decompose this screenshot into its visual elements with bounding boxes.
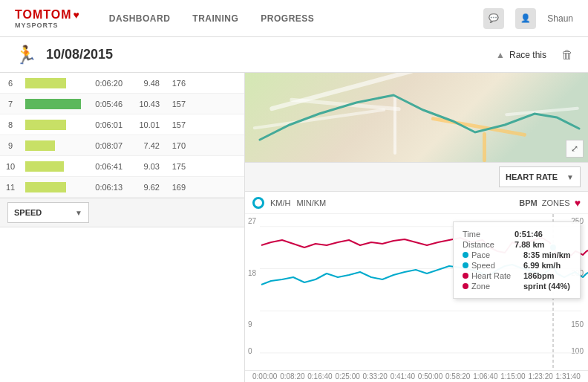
- race-icon: ▲: [496, 50, 505, 60]
- speed-unit-label: KM/H: [270, 198, 291, 207]
- table-row: 11 0:06:13 9.62 169: [0, 177, 244, 198]
- left-controls-row: SPEED ▼: [0, 198, 244, 227]
- heart-icon: ♥: [575, 197, 581, 209]
- map-route-svg: [245, 73, 588, 162]
- pace-bar: [25, 78, 66, 88]
- logo-mysports: MYSPORTS: [15, 22, 59, 29]
- table-row: 9 0:08:07 7.42 170: [0, 135, 244, 156]
- row-hr: 169: [166, 183, 192, 192]
- x-label-4: 0:33:20: [363, 372, 388, 381]
- row-bar-cell: [21, 179, 80, 195]
- header-right: 💬 👤 Shaun: [483, 8, 573, 29]
- map-placeholder: ⤢: [245, 73, 588, 162]
- x-label-10: 1:23:20: [528, 372, 552, 381]
- table-row: 10 0:06:41 9.03 175: [0, 156, 244, 177]
- activity-bar: 🏃 10/08/2015 ▲ Race this 🗑: [0, 37, 588, 73]
- legend-left: KM/H MIN/KM: [252, 197, 519, 209]
- pace-bar: [25, 140, 55, 151]
- logo-text: TOMTOM: [15, 8, 72, 22]
- row-number: 8: [0, 120, 21, 129]
- x-label-3: 0:25:00: [335, 372, 359, 381]
- user-button[interactable]: 👤: [515, 8, 536, 29]
- main-content: 6 0:06:20 9.48 176 7 0:05:46 10.43 157 8…: [0, 73, 588, 382]
- logo: TOMTOM ♥ MYSPORTS: [15, 8, 79, 29]
- map-area: ⤢: [245, 73, 588, 162]
- table-row: 6 0:06:20 9.48 176: [0, 73, 244, 94]
- row-pace: 9.48: [128, 79, 166, 88]
- logo-heart-icon: ♥: [74, 9, 79, 21]
- svg-point-6: [549, 244, 557, 251]
- x-label-0: 0:00:00: [252, 372, 277, 381]
- legend-right: BPM ZONES ♥: [519, 197, 581, 209]
- row-number: 7: [0, 100, 21, 109]
- speed-dropdown[interactable]: SPEED ▼: [7, 202, 89, 223]
- pace-unit-label: MIN/KM: [297, 198, 327, 207]
- table-row: 8 0:06:01 10.01 157: [0, 114, 244, 135]
- nav-training[interactable]: TRAINING: [192, 13, 238, 24]
- row-pace: 9.62: [128, 183, 166, 192]
- chart-legend-row: KM/H MIN/KM BPM ZONES ♥: [245, 192, 588, 214]
- row-time: 0:06:01: [80, 120, 128, 129]
- speed-dropdown-label: SPEED: [14, 208, 42, 217]
- data-table: 6 0:06:20 9.48 176 7 0:05:46 10.43 157 8…: [0, 73, 244, 198]
- activity-actions: ▲ Race this 🗑: [490, 47, 573, 63]
- chart-area[interactable]: 27 18 9 0 250 200 150 100: [245, 214, 588, 370]
- x-label-5: 0:41:40: [391, 372, 415, 381]
- delete-button[interactable]: 🗑: [561, 48, 573, 62]
- nav-dashboard[interactable]: DASHBOARD: [109, 13, 171, 24]
- row-pace: 7.42: [128, 141, 166, 150]
- bpm-label: BPM: [519, 198, 537, 207]
- heartrate-dropdown-arrow: ▼: [566, 173, 574, 181]
- race-this-label: Race this: [509, 50, 546, 60]
- table-row: 7 0:05:46 10.43 157: [0, 94, 244, 114]
- row-hr: 157: [166, 100, 192, 109]
- row-hr: 175: [166, 162, 192, 171]
- chat-button[interactable]: 💬: [483, 8, 504, 29]
- row-time: 0:05:46: [80, 100, 128, 109]
- row-hr: 157: [166, 120, 192, 129]
- row-time: 0:06:20: [80, 79, 128, 88]
- activity-date: 10/08/2015: [46, 47, 490, 62]
- header: TOMTOM ♥ MYSPORTS DASHBOARD TRAINING PRO…: [0, 0, 588, 37]
- row-bar-cell: [21, 117, 80, 133]
- row-time: 0:08:07: [80, 141, 128, 150]
- race-this-button[interactable]: ▲ Race this: [490, 47, 552, 63]
- row-bar-cell: [21, 158, 80, 175]
- x-label-2: 0:16:40: [307, 372, 332, 381]
- pace-bar: [25, 161, 64, 172]
- row-hr: 170: [166, 141, 192, 150]
- row-time: 0:06:41: [80, 162, 128, 171]
- left-panel: 6 0:06:20 9.48 176 7 0:05:46 10.43 157 8…: [0, 73, 245, 382]
- heartrate-dropdown-label: HEART RATE: [506, 172, 558, 181]
- row-time: 0:06:13: [80, 183, 128, 192]
- row-pace: 10.43: [128, 100, 166, 109]
- x-label-1: 0:08:20: [280, 372, 304, 381]
- speed-dropdown-arrow: ▼: [75, 209, 82, 217]
- pace-bar: [25, 99, 81, 109]
- pace-bar: [25, 182, 66, 192]
- zones-label: ZONES: [542, 198, 570, 207]
- map-expand-button[interactable]: ⤢: [566, 140, 584, 158]
- x-label-6: 0:50:00: [418, 372, 442, 381]
- nav: DASHBOARD TRAINING PROGRESS: [109, 13, 483, 24]
- speed-legend-circle: [252, 197, 264, 209]
- row-bar-cell: [21, 96, 80, 112]
- chart-controls-row: HEART RATE ▼: [245, 162, 588, 192]
- nav-progress[interactable]: PROGRESS: [261, 13, 314, 24]
- chart-right-controls: HEART RATE ▼: [499, 166, 581, 187]
- user-name[interactable]: Shaun: [547, 13, 573, 24]
- x-label-7: 0:58:20: [445, 372, 470, 381]
- row-number: 11: [0, 183, 21, 192]
- chart-svg: [245, 214, 588, 370]
- x-axis: 0:00:00 0:08:20 0:16:40 0:25:00 0:33:20 …: [245, 370, 588, 382]
- row-pace: 9.03: [128, 162, 166, 171]
- row-hr: 176: [166, 79, 192, 88]
- row-number: 9: [0, 141, 21, 150]
- row-bar-cell: [21, 75, 80, 91]
- row-bar-cell: [21, 137, 80, 154]
- x-label-9: 1:15:00: [500, 372, 525, 381]
- row-pace: 10.01: [128, 120, 166, 129]
- activity-run-icon: 🏃: [15, 45, 37, 65]
- pace-bar: [25, 120, 66, 130]
- heartrate-dropdown[interactable]: HEART RATE ▼: [499, 166, 581, 187]
